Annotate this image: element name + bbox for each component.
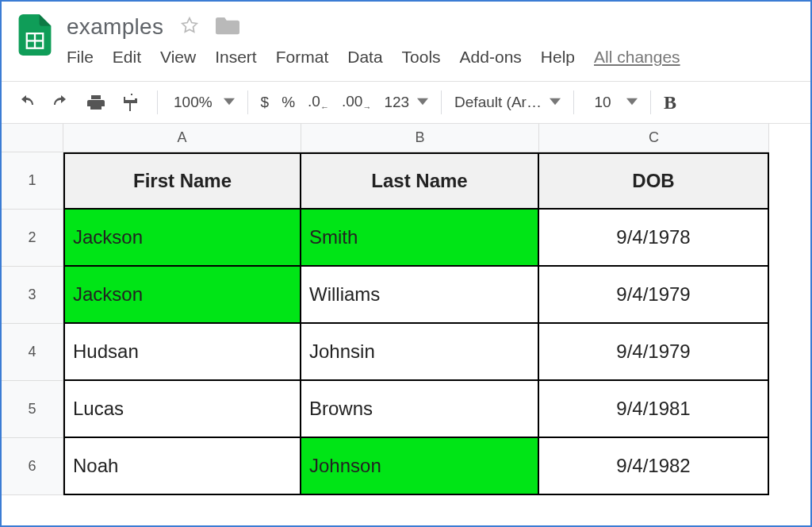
cell-b1[interactable]: Last Name xyxy=(301,152,539,210)
increase-decimal-button[interactable]: .00→ xyxy=(342,93,371,112)
cell-a3[interactable]: Jackson xyxy=(63,267,301,324)
cell-a2[interactable]: Jackson xyxy=(63,210,301,267)
cell-b5[interactable]: Browns xyxy=(301,381,539,438)
column-header-a[interactable]: A xyxy=(63,124,301,152)
separator xyxy=(573,90,574,114)
row-header-4[interactable]: 4 xyxy=(2,324,63,381)
column-header-b[interactable]: B xyxy=(301,124,539,152)
cell-c1[interactable]: DOB xyxy=(539,152,769,210)
decrease-decimal-button[interactable]: .0← xyxy=(308,93,329,112)
cell-a4[interactable]: Hudsan xyxy=(63,324,301,381)
menu-insert[interactable]: Insert xyxy=(215,48,257,67)
menu-help[interactable]: Help xyxy=(541,48,575,67)
separator xyxy=(157,90,158,114)
menu-addons[interactable]: Add-ons xyxy=(460,48,522,67)
font-select[interactable]: Default (Ari… xyxy=(454,94,561,111)
row-header-6[interactable]: 6 xyxy=(2,438,63,495)
cell-a5[interactable]: Lucas xyxy=(63,381,301,438)
cell-b6[interactable]: Johnson xyxy=(301,438,539,495)
print-button[interactable] xyxy=(82,89,109,116)
font-size-select[interactable]: 10 xyxy=(587,94,638,111)
row-header-3[interactable]: 3 xyxy=(2,267,63,324)
menu-bar: File Edit View Insert Format Data Tools … xyxy=(67,48,680,67)
star-icon[interactable] xyxy=(179,15,200,39)
row-header-1[interactable]: 1 xyxy=(2,152,63,210)
chevron-down-icon xyxy=(550,94,561,111)
menu-data[interactable]: Data xyxy=(347,48,382,67)
folder-icon[interactable] xyxy=(216,15,239,39)
document-title[interactable]: examples xyxy=(67,14,163,40)
cell-b4[interactable]: Johnsin xyxy=(301,324,539,381)
cell-c3[interactable]: 9/4/1979 xyxy=(539,267,769,324)
cell-b2[interactable]: Smith xyxy=(301,210,539,267)
menu-tools[interactable]: Tools xyxy=(402,48,441,67)
redo-button[interactable] xyxy=(48,89,75,116)
chevron-down-icon xyxy=(626,94,638,111)
format-percent-button[interactable]: % xyxy=(282,94,295,111)
cell-c4[interactable]: 9/4/1979 xyxy=(539,324,769,381)
menu-file[interactable]: File xyxy=(67,48,94,67)
bold-button[interactable]: B xyxy=(664,92,676,113)
zoom-select[interactable]: 100% xyxy=(170,94,235,111)
sheets-app-icon[interactable] xyxy=(14,14,56,56)
cell-a6[interactable]: Noah xyxy=(63,438,301,495)
menu-all-changes[interactable]: All changes xyxy=(594,48,680,67)
chevron-down-icon xyxy=(417,94,428,111)
menu-view[interactable]: View xyxy=(160,48,196,67)
cell-a1[interactable]: First Name xyxy=(63,152,301,210)
select-all-corner[interactable] xyxy=(2,124,63,152)
separator xyxy=(441,90,442,114)
row-header-2[interactable]: 2 xyxy=(2,210,63,267)
row-header-5[interactable]: 5 xyxy=(2,381,63,438)
menu-edit[interactable]: Edit xyxy=(113,48,141,67)
menu-format[interactable]: Format xyxy=(276,48,329,67)
cell-b3[interactable]: Williams xyxy=(301,267,539,324)
undo-button[interactable] xyxy=(13,89,40,116)
separator xyxy=(247,90,248,114)
cell-c2[interactable]: 9/4/1978 xyxy=(539,210,769,267)
toolbar: 100% $ % .0← .00→ 123 Default (Ari… 10 B xyxy=(2,81,810,124)
cell-c5[interactable]: 9/4/1981 xyxy=(539,381,769,438)
chevron-down-icon xyxy=(224,94,235,111)
separator xyxy=(650,90,651,114)
cell-c6[interactable]: 9/4/1982 xyxy=(539,438,769,495)
column-header-c[interactable]: C xyxy=(539,124,769,152)
format-currency-button[interactable]: $ xyxy=(261,94,270,111)
paint-format-button[interactable] xyxy=(117,89,144,116)
more-formats-button[interactable]: 123 xyxy=(384,94,428,111)
